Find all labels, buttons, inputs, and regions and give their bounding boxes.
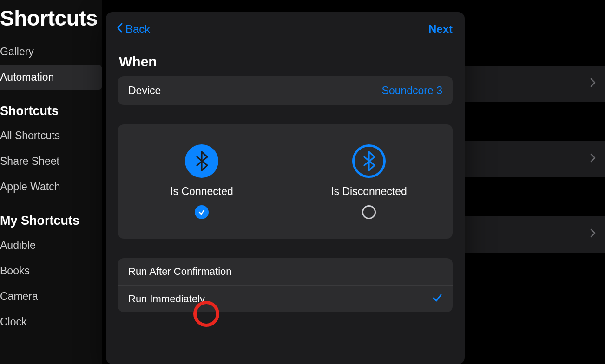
- sidebar-item-books[interactable]: Books: [0, 258, 102, 284]
- back-button[interactable]: Back: [116, 22, 150, 36]
- bluetooth-icon: [185, 144, 218, 178]
- sidebar-title: Shortcuts: [0, 2, 102, 39]
- sidebar-item-clock[interactable]: Clock: [0, 309, 102, 335]
- option-disconnected-label: Is Disconnected: [331, 185, 407, 198]
- device-value: Soundcore 3: [382, 84, 442, 97]
- automation-when-modal: Back Next When Device Soundcore 3 Is Con…: [106, 12, 465, 364]
- device-label: Device: [128, 84, 161, 97]
- sidebar-item-gallery[interactable]: Gallery: [0, 39, 102, 65]
- chevron-right-icon: [590, 78, 596, 90]
- connection-options: Is Connected Is Disconnected: [118, 124, 453, 239]
- sidebar-item-automation[interactable]: Automation: [0, 65, 102, 90]
- back-label: Back: [125, 23, 150, 36]
- chevron-right-icon: [590, 228, 596, 240]
- run-mode-list: Run After Confirmation Run Immediately: [118, 258, 453, 312]
- sidebar: Shortcuts Gallery Automation Shortcuts A…: [0, 0, 102, 364]
- checkmark-icon: [432, 292, 442, 306]
- run-after-confirmation-row[interactable]: Run After Confirmation: [118, 258, 453, 285]
- option-is-disconnected[interactable]: Is Disconnected: [285, 124, 453, 239]
- next-button[interactable]: Next: [428, 23, 453, 36]
- run-immediately-row[interactable]: Run Immediately: [118, 285, 453, 312]
- sidebar-item-all-shortcuts[interactable]: All Shortcuts: [0, 123, 102, 149]
- chevron-left-icon: [116, 22, 124, 36]
- option-connected-label: Is Connected: [170, 185, 233, 198]
- run-immediately-label: Run Immediately: [128, 293, 205, 305]
- sidebar-item-camera[interactable]: Camera: [0, 284, 102, 309]
- device-row[interactable]: Device Soundcore 3: [118, 76, 453, 105]
- sidebar-section-my-shortcuts: My Shortcuts: [0, 200, 102, 233]
- sidebar-section-shortcuts: Shortcuts: [0, 90, 102, 123]
- bluetooth-icon: [352, 144, 386, 178]
- sidebar-item-apple-watch[interactable]: Apple Watch: [0, 174, 102, 200]
- option-is-connected[interactable]: Is Connected: [118, 124, 285, 239]
- chevron-right-icon: [590, 153, 596, 165]
- radio-unselected-icon: [362, 205, 376, 219]
- modal-header: Back Next: [106, 12, 465, 46]
- run-after-confirmation-label: Run After Confirmation: [128, 266, 232, 278]
- sidebar-item-share-sheet[interactable]: Share Sheet: [0, 149, 102, 174]
- radio-selected-icon: [195, 205, 209, 219]
- sidebar-item-audible[interactable]: Audible: [0, 233, 102, 258]
- when-title: When: [106, 46, 465, 76]
